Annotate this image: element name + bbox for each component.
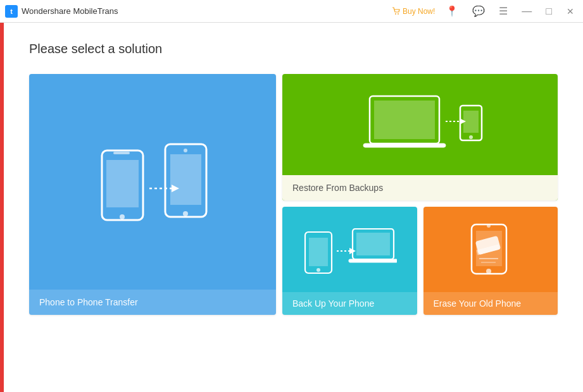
svg-rect-4 <box>113 152 130 154</box>
menu-icon[interactable]: ☰ <box>496 4 511 18</box>
svg-rect-3 <box>106 160 139 207</box>
title-bar-controls: Buy Now! 📍 💬 ☰ — □ ✕ <box>392 4 578 18</box>
phone-transfer-svg <box>89 138 216 239</box>
page-title: Please select a solution <box>29 42 558 56</box>
svg-point-5 <box>120 214 125 219</box>
backup-illustration <box>282 207 417 292</box>
restore-label-bar: Restore From Backups <box>282 175 558 200</box>
bottom-right-cards: Back Up Your Phone <box>282 207 558 315</box>
main-container: Please select a solution <box>0 23 583 392</box>
solutions-grid: Phone to Phone Transfer <box>29 74 558 315</box>
cart-icon <box>392 7 401 16</box>
erase-phone-card[interactable]: Erase Your Old Phone <box>423 207 558 315</box>
erase-label-bar: Erase Your Old Phone <box>423 292 558 315</box>
svg-rect-9 <box>170 154 201 205</box>
phone-transfer-label-bar: Phone to Phone Transfer <box>29 290 276 315</box>
buy-now-button[interactable]: Buy Now! <box>392 7 435 16</box>
content-area: Please select a solution <box>4 23 583 392</box>
erase-svg <box>453 219 529 279</box>
phone-transfer-illustration <box>77 74 229 290</box>
svg-point-19 <box>469 135 473 139</box>
chat-icon[interactable]: 💬 <box>469 4 488 18</box>
svg-point-11 <box>183 211 188 216</box>
maximize-button[interactable]: □ <box>542 4 555 18</box>
minimize-button[interactable]: — <box>518 4 535 18</box>
phone-transfer-card[interactable]: Phone to Phone Transfer <box>29 74 276 315</box>
svg-rect-14 <box>363 144 446 147</box>
title-bar: t Wondershare MobileTrans Buy Now! 📍 💬 ☰… <box>0 0 583 23</box>
restore-svg <box>357 87 484 162</box>
svg-point-22 <box>317 268 320 272</box>
svg-point-1 <box>398 13 399 15</box>
svg-point-30 <box>487 224 491 228</box>
title-bar-left: t Wondershare MobileTrans <box>5 5 392 18</box>
svg-rect-27 <box>349 259 397 262</box>
svg-rect-26 <box>356 233 390 255</box>
backup-label-bar: Back Up Your Phone <box>282 292 417 315</box>
restore-illustration <box>282 74 558 175</box>
app-icon: t <box>5 5 18 18</box>
location-icon[interactable]: 📍 <box>442 4 461 18</box>
app-title: Wondershare MobileTrans <box>22 6 118 16</box>
backup-phone-card[interactable]: Back Up Your Phone <box>282 207 417 315</box>
svg-point-10 <box>184 149 187 152</box>
backup-svg <box>302 219 397 279</box>
restore-backups-card[interactable]: Restore From Backups <box>282 74 558 200</box>
svg-rect-21 <box>309 238 328 266</box>
svg-point-31 <box>486 269 491 274</box>
erase-illustration <box>423 207 558 292</box>
svg-point-0 <box>395 13 396 15</box>
svg-rect-13 <box>374 101 435 139</box>
svg-rect-18 <box>463 111 479 133</box>
close-button[interactable]: ✕ <box>563 5 578 18</box>
